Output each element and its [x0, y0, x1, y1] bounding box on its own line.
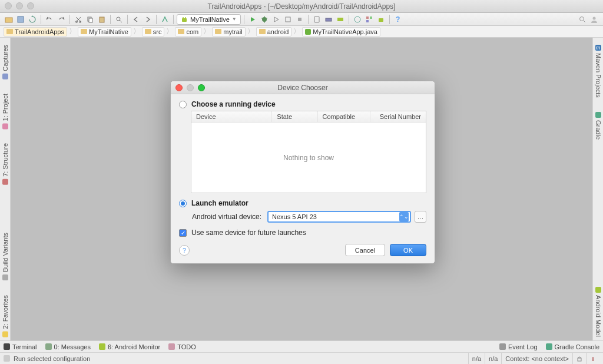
svg-rect-21 — [366, 16, 369, 19]
android-icon — [595, 287, 601, 293]
folder-icon — [6, 29, 13, 34]
folder-icon — [215, 29, 221, 34]
maven-icon: m — [595, 45, 601, 51]
svg-point-29 — [592, 357, 594, 359]
cancel-button[interactable]: Cancel — [345, 244, 385, 256]
terminal-icon — [4, 343, 10, 350]
dialog-titlebar: Device Chooser — [171, 81, 435, 94]
tab-maven[interactable]: mMaven Projects — [594, 41, 602, 101]
stop-icon[interactable] — [294, 14, 305, 25]
user-icon[interactable] — [589, 14, 599, 25]
attach-debugger-icon[interactable] — [283, 14, 293, 25]
run-icon[interactable] — [247, 14, 258, 25]
tab-terminal[interactable]: Terminal — [4, 343, 37, 350]
dialog-minimize-icon — [187, 84, 194, 91]
chevron-right-icon: 〉 — [166, 27, 173, 37]
undo-icon[interactable] — [44, 14, 55, 25]
tab-gradle[interactable]: Gradle — [594, 108, 602, 143]
ok-button[interactable]: OK — [390, 244, 426, 256]
project-icon — [2, 123, 8, 129]
search-everywhere-icon[interactable] — [577, 14, 588, 25]
svg-rect-1 — [18, 16, 24, 22]
gradle-icon — [546, 343, 552, 350]
tab-project[interactable]: 1: Project — [1, 90, 9, 133]
save-icon[interactable] — [15, 14, 26, 25]
build-variants-icon — [2, 275, 8, 281]
window-close-icon[interactable] — [5, 2, 12, 9]
tab-android-monitor[interactable]: 6: Android Monitor — [99, 343, 160, 350]
col-state[interactable]: State — [272, 111, 317, 122]
breadcrumb-item[interactable]: MyTrailNativeApp.java — [302, 27, 380, 37]
back-icon[interactable] — [131, 14, 141, 25]
android-icon — [181, 16, 188, 23]
open-icon[interactable] — [4, 14, 14, 25]
window-minimize-icon[interactable] — [16, 2, 23, 9]
col-device[interactable]: Device — [191, 111, 272, 122]
svg-point-27 — [593, 16, 596, 19]
dialog-maximize-icon[interactable] — [198, 84, 205, 91]
breadcrumb-item[interactable]: android — [256, 27, 292, 37]
redo-icon[interactable] — [56, 14, 67, 25]
radio-running-device[interactable] — [179, 101, 187, 108]
breadcrumb-item[interactable]: TrailAndroidApps — [4, 27, 67, 37]
tab-android-model[interactable]: Android Model — [594, 283, 602, 340]
running-device-table: Device State Compatible Serial Number No… — [191, 111, 426, 193]
same-device-checkbox[interactable]: ✓ — [179, 229, 187, 237]
tab-build-variants[interactable]: Build Variants — [1, 229, 9, 284]
avd-manager-icon[interactable] — [312, 14, 322, 25]
find-icon[interactable] — [114, 14, 124, 25]
avd-browse-button[interactable]: … — [415, 211, 426, 223]
forward-icon[interactable] — [143, 14, 153, 25]
run-configuration-dropdown[interactable]: MyTrailNative ▼ — [177, 14, 241, 25]
status-lock-icon[interactable] — [572, 353, 586, 364]
svg-rect-23 — [366, 20, 369, 22]
svg-point-11 — [185, 17, 186, 18]
debug-icon[interactable] — [259, 14, 270, 25]
tab-captures[interactable]: Captures — [1, 41, 9, 83]
help-icon[interactable]: ? — [393, 14, 403, 25]
col-compatible[interactable]: Compatible — [318, 111, 370, 122]
paste-icon[interactable] — [97, 14, 107, 25]
col-serial[interactable]: Serial Number — [370, 111, 426, 122]
svg-rect-0 — [5, 18, 12, 22]
tab-favorites[interactable]: 2: Favorites — [1, 292, 9, 340]
tab-gradle-console[interactable]: Gradle Console — [546, 343, 599, 350]
make-project-icon[interactable] — [160, 14, 170, 25]
sync-icon[interactable] — [27, 14, 38, 25]
svg-point-25 — [580, 16, 584, 21]
same-device-label: Use same device for future launches — [191, 229, 306, 237]
radio-launch-emulator[interactable] — [179, 200, 187, 207]
breadcrumb-item[interactable]: MyTrailNative — [78, 27, 131, 37]
copy-icon[interactable] — [85, 14, 95, 25]
tab-event-log[interactable]: Event Log — [499, 343, 538, 350]
tab-todo[interactable]: TODO — [168, 343, 196, 350]
breadcrumb-item[interactable]: mytrail — [212, 27, 245, 37]
status-icon[interactable] — [4, 355, 10, 362]
gradle-sync-icon[interactable] — [352, 14, 363, 25]
window-title: TrailAndroidApps - [~/Desktop/myAndroid/… — [208, 2, 396, 11]
svg-rect-22 — [370, 16, 372, 19]
android-logo-icon[interactable] — [376, 14, 386, 25]
breadcrumb-item[interactable]: com — [175, 27, 201, 37]
window-maximize-icon[interactable] — [27, 2, 34, 9]
ddms-icon[interactable] — [335, 14, 346, 25]
tab-structure[interactable]: 7: Structure — [1, 140, 9, 188]
svg-line-26 — [584, 21, 585, 22]
dialog-help-button[interactable]: ? — [179, 245, 190, 256]
chevron-right-icon: 〉 — [203, 27, 210, 37]
status-hector-icon[interactable] — [586, 353, 599, 364]
sdk-manager-icon[interactable] — [323, 14, 334, 25]
table-empty-text: Nothing to show — [191, 123, 426, 193]
breadcrumb-item[interactable]: src — [142, 27, 165, 37]
svg-rect-24 — [379, 18, 383, 22]
dialog-close-icon[interactable] — [175, 84, 183, 91]
svg-rect-30 — [592, 359, 594, 361]
status-context[interactable]: Context: <no context> — [501, 353, 572, 364]
project-structure-icon[interactable] — [364, 14, 375, 25]
java-file-icon — [305, 29, 311, 35]
cut-icon[interactable] — [73, 14, 84, 25]
device-chooser-dialog: Device Chooser Choose a running device D… — [170, 81, 435, 264]
avd-select[interactable]: Nexus 5 API 23 ⌃⌄ — [267, 211, 411, 223]
apply-changes-icon[interactable] — [271, 14, 281, 25]
tab-messages[interactable]: 0: Messages — [45, 343, 91, 350]
